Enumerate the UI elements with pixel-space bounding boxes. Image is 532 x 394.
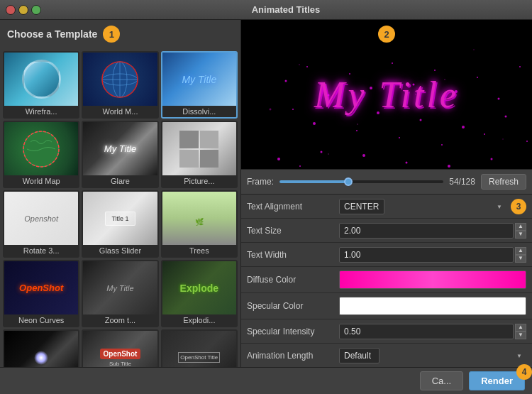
thumb-glare: My Title [83, 122, 157, 175]
svg-point-19 [519, 66, 521, 67]
prop-value-specular-intensity: ▲ ▼ [339, 324, 526, 339]
svg-point-28 [441, 144, 443, 146]
diffuse-color-swatch[interactable] [339, 270, 526, 289]
thumb-picture [162, 122, 236, 175]
text-size-input[interactable] [339, 223, 514, 239]
svg-point-9 [306, 66, 308, 67]
svg-point-39 [406, 161, 408, 163]
minimize-button[interactable] [18, 5, 28, 15]
render-button-container: Render 4 [469, 371, 525, 390]
template-item-worldmap[interactable]: World Map [3, 121, 79, 188]
frame-slider[interactable] [279, 180, 443, 183]
prop-value-text-alignment: CENTER LEFT RIGHT 3 [339, 199, 526, 214]
prop-row-specular-intensity: Specular Intensity ▲ ▼ [241, 319, 532, 344]
prop-label-text-width: Text Width [247, 250, 339, 260]
svg-point-24 [356, 130, 358, 131]
template-name-glassslider: Glass Slider [83, 245, 157, 256]
template-item-halozoom[interactable]: OpenShot Title Halo Zo... [161, 329, 238, 367]
text-size-down[interactable]: ▼ [515, 231, 526, 239]
explode-text: Explode [180, 283, 218, 294]
badge-3: 3 [511, 199, 526, 214]
lens-glow [34, 351, 48, 365]
neon-text: OpenShot [19, 283, 63, 293]
thumb-rotate: Openshot [4, 192, 78, 245]
badge-2: 2 [378, 26, 395, 43]
template-header-label: Choose a Template [7, 28, 97, 40]
svg-point-30 [484, 133, 485, 135]
template-item-picture[interactable]: Picture... [161, 121, 238, 188]
specular-intensity-input[interactable] [339, 324, 514, 339]
svg-point-22 [313, 122, 316, 125]
text-width-down[interactable]: ▼ [515, 255, 526, 263]
prop-value-text-width: ▲ ▼ [339, 247, 526, 263]
template-item-glare[interactable]: My Title Glare [82, 121, 158, 188]
prop-value-diffuse-color [339, 270, 526, 289]
template-name-zoom: Zoom t... [83, 314, 157, 326]
right-panel: 2 [241, 20, 532, 367]
prop-label-text-size: Text Size [247, 226, 339, 236]
text-width-up[interactable]: ▲ [515, 247, 526, 255]
thumb-worldmap-blue [83, 53, 157, 106]
prop-row-text-size: Text Size ▲ ▼ [241, 219, 532, 243]
prop-row-text-width: Text Width ▲ ▼ [241, 243, 532, 267]
svg-point-12 [370, 87, 372, 89]
svg-point-18 [498, 97, 500, 99]
main-content: Choose a Template 1 Wirefra... [0, 20, 532, 367]
template-grid-container[interactable]: Wirefra... World M... [0, 48, 240, 367]
template-item-glassslider[interactable]: Title 1 Glass Slider [82, 190, 158, 258]
svg-point-33 [277, 158, 280, 160]
template-name-glare: Glare [83, 175, 157, 187]
template-item-worldmap-blue[interactable]: World M... [82, 51, 158, 119]
cancel-button[interactable]: Ca... [420, 371, 463, 390]
template-name-dissolve: Dissolvi... [162, 106, 236, 117]
thumb-flytoward: OpenShot Sub Title [83, 331, 157, 367]
svg-point-38 [384, 169, 386, 170]
prop-label-specular-intensity: Specular Intensity [247, 327, 339, 336]
text-size-up[interactable]: ▲ [515, 223, 526, 231]
svg-point-11 [349, 73, 350, 75]
titlebar: Animated Titles [0, 0, 532, 20]
thumb-glassslider: Title 1 [83, 192, 157, 245]
thumb-dissolve: My Title [162, 53, 236, 106]
template-name-neon: Neon Curves [4, 314, 78, 326]
animation-length-select[interactable]: Default Short Medium Long [339, 348, 379, 363]
frame-row: Frame: 54/128 Refresh [241, 169, 532, 195]
text-width-input[interactable] [339, 247, 514, 263]
template-item-dissolve[interactable]: My Title Dissolvi... [161, 51, 238, 119]
frame-slider-track [279, 180, 348, 183]
template-item-neon[interactable]: OpenShot Neon Curves [3, 260, 79, 327]
template-item-wireframe[interactable]: Wirefra... [3, 51, 79, 119]
specular-color-swatch[interactable] [339, 297, 526, 315]
text-alignment-select-wrapper[interactable]: CENTER LEFT RIGHT [339, 199, 506, 214]
svg-point-43 [491, 158, 493, 160]
template-name-worldmap: World Map [4, 175, 78, 187]
thumb-wireframe [4, 53, 78, 106]
template-name-explode: Explodi... [162, 314, 236, 326]
template-item-explode[interactable]: Explode Explodi... [161, 260, 238, 327]
svg-point-29 [462, 126, 465, 128]
template-item-zoom[interactable]: My Title Zoom t... [82, 260, 158, 327]
thumb-halozoom: OpenShot Title [162, 331, 236, 367]
close-button[interactable] [6, 5, 16, 15]
template-item-lensflare[interactable]: Lens Flare [3, 329, 79, 367]
template-item-trees[interactable]: 🌿 Trees [161, 190, 238, 258]
specular-intensity-down[interactable]: ▼ [515, 332, 526, 339]
prop-value-animation-length: Default Short Medium Long [339, 348, 526, 363]
template-item-flytoward[interactable]: OpenShot Sub Title Fly Toward [82, 329, 158, 367]
animation-length-select-wrapper[interactable]: Default Short Medium Long [339, 348, 526, 363]
template-item-rotate[interactable]: Openshot Rotate 3... [3, 190, 79, 258]
left-panel: Choose a Template 1 Wirefra... [0, 20, 241, 367]
svg-point-26 [399, 137, 400, 138]
frame-slider-container[interactable] [279, 175, 443, 189]
thumb-explode: Explode [162, 261, 236, 314]
specular-intensity-up[interactable]: ▲ [515, 324, 526, 332]
prop-row-specular-color: Specular Color [241, 293, 532, 319]
frame-slider-thumb[interactable] [344, 177, 353, 186]
text-alignment-select[interactable]: CENTER LEFT RIGHT [339, 199, 384, 214]
svg-point-27 [420, 119, 422, 121]
refresh-button[interactable]: Refresh [481, 174, 526, 190]
svg-point-34 [299, 165, 301, 167]
thumb-worldmap [4, 122, 78, 175]
maximize-button[interactable] [31, 5, 41, 15]
template-name-rotate: Rotate 3... [4, 245, 78, 256]
